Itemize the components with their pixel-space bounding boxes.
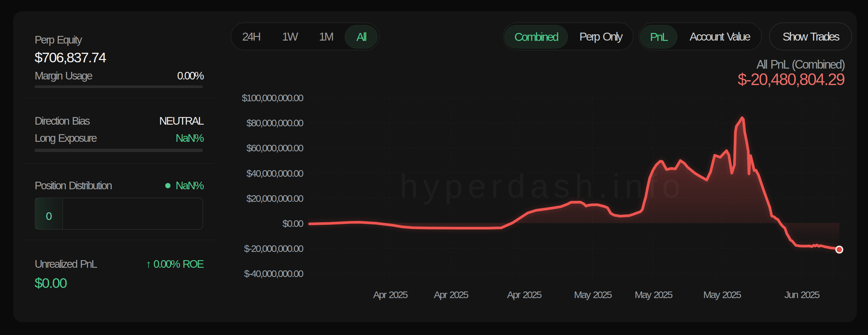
svg-text:$0.00: $0.00 bbox=[282, 218, 303, 229]
svg-text:May 2025: May 2025 bbox=[574, 289, 612, 300]
svg-text:$20,000,000.00: $20,000,000.00 bbox=[246, 193, 303, 204]
svg-text:$100,000,000.00: $100,000,000.00 bbox=[242, 92, 303, 103]
svg-text:$-40,000,000.00: $-40,000,000.00 bbox=[244, 268, 303, 279]
svg-text:Apr 2025: Apr 2025 bbox=[373, 289, 408, 300]
svg-text:May 2025: May 2025 bbox=[703, 289, 741, 300]
svg-text:$-20,000,000.00: $-20,000,000.00 bbox=[244, 243, 303, 254]
svg-text:$40,000,000.00: $40,000,000.00 bbox=[246, 168, 303, 179]
svg-text:Apr 2025: Apr 2025 bbox=[434, 289, 468, 300]
svg-text:Apr 2025: Apr 2025 bbox=[507, 289, 541, 300]
svg-text:$80,000,000.00: $80,000,000.00 bbox=[246, 117, 303, 128]
svg-text:$60,000,000.00: $60,000,000.00 bbox=[246, 143, 303, 153]
svg-text:Jun 2025: Jun 2025 bbox=[784, 289, 820, 300]
svg-text:May 2025: May 2025 bbox=[634, 289, 673, 300]
